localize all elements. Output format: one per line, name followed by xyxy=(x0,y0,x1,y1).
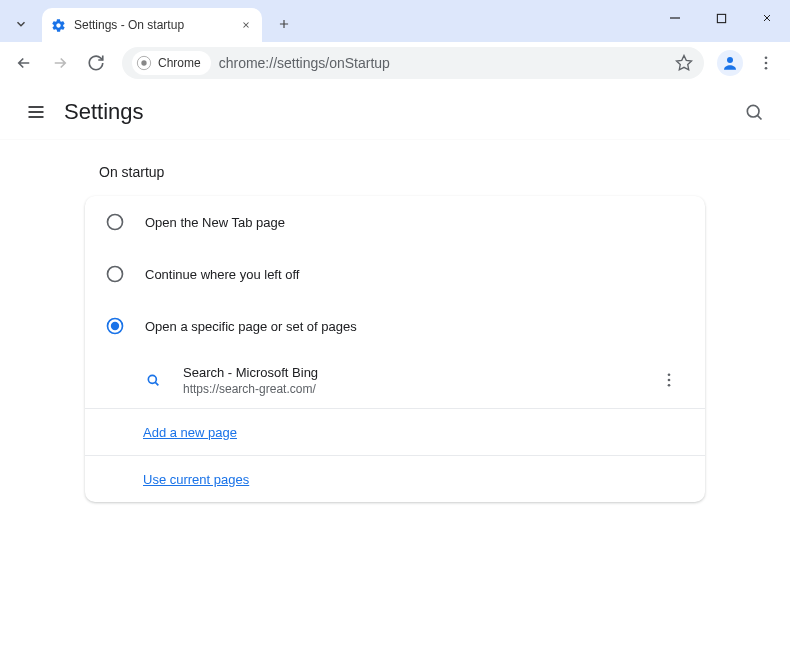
page-content: Settings On startup Open the New Tab pag… xyxy=(0,84,790,646)
radio-icon-selected xyxy=(105,316,125,336)
star-icon xyxy=(675,54,693,72)
svg-point-12 xyxy=(747,105,759,117)
site-chip-label: Chrome xyxy=(158,56,201,70)
radio-continue[interactable]: Continue where you left off xyxy=(85,248,705,300)
add-page-link[interactable]: Add a new page xyxy=(143,425,237,440)
radio-label: Open a specific page or set of pages xyxy=(145,319,357,334)
close-icon xyxy=(761,12,773,24)
section-title: On startup xyxy=(99,164,705,180)
url-text: chrome://settings/onStartup xyxy=(219,55,674,71)
reload-button[interactable] xyxy=(80,47,112,79)
minimize-icon xyxy=(669,12,681,24)
avatar xyxy=(717,50,743,76)
address-bar[interactable]: Chrome chrome://settings/onStartup xyxy=(122,47,704,79)
svg-point-15 xyxy=(108,267,123,282)
svg-point-3 xyxy=(141,60,146,65)
svg-rect-1 xyxy=(717,14,725,22)
back-button[interactable] xyxy=(8,47,40,79)
svg-point-20 xyxy=(668,373,671,376)
radio-label: Open the New Tab page xyxy=(145,215,285,230)
svg-point-21 xyxy=(668,379,671,382)
add-page-row: Add a new page xyxy=(85,409,705,456)
forward-button[interactable] xyxy=(44,47,76,79)
svg-point-8 xyxy=(765,67,768,70)
radio-specific-pages[interactable]: Open a specific page or set of pages xyxy=(85,300,705,352)
close-icon xyxy=(241,20,251,30)
browser-titlebar: Settings - On startup xyxy=(0,0,790,42)
minimize-button[interactable] xyxy=(652,0,698,36)
maximize-button[interactable] xyxy=(698,0,744,36)
svg-point-5 xyxy=(727,57,733,63)
maximize-icon xyxy=(716,13,727,24)
window-controls xyxy=(652,0,790,36)
radio-icon xyxy=(105,212,125,232)
svg-point-17 xyxy=(111,322,119,330)
reload-icon xyxy=(87,54,105,72)
plus-icon xyxy=(277,17,291,31)
bookmark-button[interactable] xyxy=(674,53,694,73)
radio-label: Continue where you left off xyxy=(145,267,299,282)
svg-line-19 xyxy=(155,382,158,385)
use-current-pages-link[interactable]: Use current pages xyxy=(143,472,249,487)
svg-point-22 xyxy=(668,384,671,387)
svg-line-13 xyxy=(757,115,761,119)
startup-card: Open the New Tab page Continue where you… xyxy=(85,196,705,502)
search-settings-button[interactable] xyxy=(734,92,774,132)
startup-page-row: Search - Microsoft Bing https://search-g… xyxy=(85,352,705,409)
hamburger-icon xyxy=(26,102,46,122)
person-icon xyxy=(721,54,739,72)
kebab-icon xyxy=(660,371,678,389)
tab-title: Settings - On startup xyxy=(74,18,238,32)
tab-search-dropdown[interactable] xyxy=(6,10,36,38)
gear-icon xyxy=(50,17,66,33)
svg-point-7 xyxy=(765,62,768,65)
tab-close-button[interactable] xyxy=(238,17,254,33)
radio-icon xyxy=(105,264,125,284)
close-window-button[interactable] xyxy=(744,0,790,36)
svg-point-18 xyxy=(148,375,156,383)
menu-toggle-button[interactable] xyxy=(16,92,56,132)
arrow-left-icon xyxy=(15,54,33,72)
radio-open-new-tab[interactable]: Open the New Tab page xyxy=(85,196,705,248)
browser-toolbar: Chrome chrome://settings/onStartup xyxy=(0,42,790,84)
startup-page-url: https://search-great.com/ xyxy=(183,382,653,396)
svg-point-6 xyxy=(765,56,768,59)
search-icon xyxy=(143,370,163,390)
startup-page-title: Search - Microsoft Bing xyxy=(183,365,653,380)
browser-tab[interactable]: Settings - On startup xyxy=(42,8,262,42)
new-tab-button[interactable] xyxy=(270,10,298,38)
startup-page-menu-button[interactable] xyxy=(653,364,685,396)
svg-marker-4 xyxy=(677,56,692,70)
svg-point-14 xyxy=(108,215,123,230)
settings-header: Settings xyxy=(0,84,790,140)
arrow-right-icon xyxy=(51,54,69,72)
use-current-row: Use current pages xyxy=(85,456,705,502)
chrome-icon xyxy=(136,55,152,71)
kebab-icon xyxy=(757,54,775,72)
browser-menu-button[interactable] xyxy=(750,47,782,79)
search-icon xyxy=(744,102,764,122)
chevron-down-icon xyxy=(14,17,28,31)
site-chip[interactable]: Chrome xyxy=(132,51,211,75)
page-title: Settings xyxy=(64,99,144,125)
profile-button[interactable] xyxy=(714,47,746,79)
